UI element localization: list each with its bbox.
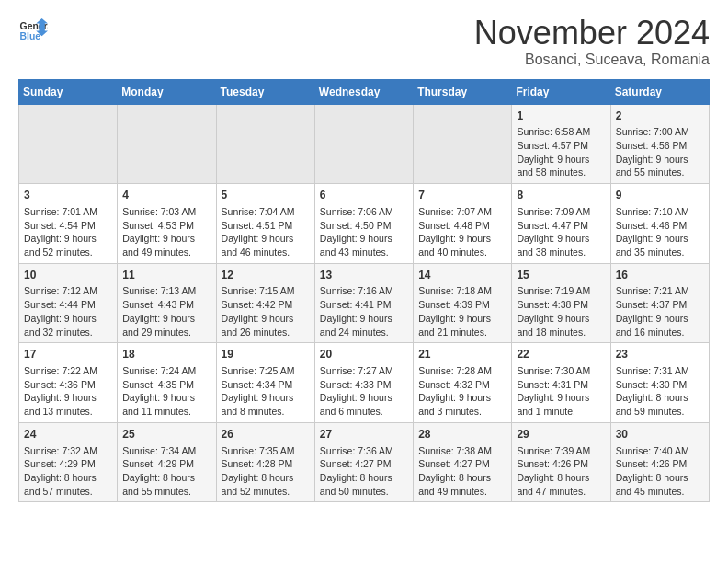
day-info: Sunset: 4:44 PM [24, 298, 112, 312]
day-info: Sunrise: 7:24 AM [122, 364, 210, 378]
day-info: Sunrise: 7:10 AM [616, 205, 704, 219]
calendar-cell: 25Sunrise: 7:34 AMSunset: 4:29 PMDayligh… [118, 422, 216, 502]
day-info: Daylight: 8 hours and 47 minutes. [517, 471, 605, 498]
logo: General Blue [18, 15, 48, 44]
day-info: Sunset: 4:39 PM [418, 298, 506, 312]
day-number: 29 [517, 427, 605, 442]
day-info: Sunrise: 6:58 AM [517, 125, 605, 139]
weekday-row: SundayMondayTuesdayWednesdayThursdayFrid… [19, 79, 710, 104]
calendar-body: 1Sunrise: 6:58 AMSunset: 4:57 PMDaylight… [19, 104, 710, 502]
calendar-cell: 30Sunrise: 7:40 AMSunset: 4:26 PMDayligh… [610, 422, 709, 502]
calendar-cell: 12Sunrise: 7:15 AMSunset: 4:42 PMDayligh… [216, 263, 314, 343]
calendar-cell: 8Sunrise: 7:09 AMSunset: 4:47 PMDaylight… [512, 184, 610, 264]
day-number: 11 [122, 268, 210, 283]
day-info: Sunset: 4:30 PM [616, 378, 704, 392]
day-info: Sunset: 4:27 PM [320, 457, 408, 471]
calendar-cell: 23Sunrise: 7:31 AMSunset: 4:30 PMDayligh… [610, 343, 709, 423]
day-info: Sunrise: 7:09 AM [517, 205, 605, 219]
title-block: November 2024 Bosanci, Suceava, Romania [474, 15, 710, 68]
day-number: 28 [418, 427, 506, 442]
day-info: Sunset: 4:41 PM [320, 298, 408, 312]
day-info: Sunrise: 7:16 AM [320, 284, 408, 298]
calendar-cell [118, 104, 216, 184]
day-info: Sunrise: 7:25 AM [222, 364, 310, 378]
calendar-cell: 9Sunrise: 7:10 AMSunset: 4:46 PMDaylight… [610, 184, 709, 264]
calendar-cell [314, 104, 413, 184]
day-info: Sunset: 4:57 PM [517, 139, 605, 153]
day-info: Sunset: 4:38 PM [517, 298, 605, 312]
day-info: Sunrise: 7:27 AM [320, 364, 408, 378]
day-info: Sunrise: 7:06 AM [320, 205, 408, 219]
weekday-header: Monday [118, 79, 216, 104]
day-info: Sunset: 4:53 PM [122, 219, 210, 233]
calendar-cell: 19Sunrise: 7:25 AMSunset: 4:34 PMDayligh… [216, 343, 314, 423]
calendar-cell: 22Sunrise: 7:30 AMSunset: 4:31 PMDayligh… [512, 343, 610, 423]
calendar-table: SundayMondayTuesdayWednesdayThursdayFrid… [18, 79, 710, 503]
day-info: Sunset: 4:26 PM [517, 457, 605, 471]
calendar-week-row: 1Sunrise: 6:58 AMSunset: 4:57 PMDaylight… [19, 104, 710, 184]
calendar-cell: 21Sunrise: 7:28 AMSunset: 4:32 PMDayligh… [414, 343, 512, 423]
day-number: 23 [616, 347, 704, 362]
day-info: Sunset: 4:54 PM [24, 219, 112, 233]
day-info: Daylight: 9 hours and 35 minutes. [616, 232, 704, 259]
calendar-cell: 7Sunrise: 7:07 AMSunset: 4:48 PMDaylight… [414, 184, 512, 264]
day-info: Daylight: 8 hours and 49 minutes. [418, 471, 506, 498]
calendar-cell [19, 104, 118, 184]
day-info: Daylight: 9 hours and 24 minutes. [320, 312, 408, 339]
day-info: Daylight: 9 hours and 3 minutes. [418, 391, 506, 418]
day-number: 21 [418, 347, 506, 362]
day-number: 16 [616, 268, 704, 283]
main-title: November 2024 [474, 15, 710, 52]
calendar-week-row: 10Sunrise: 7:12 AMSunset: 4:44 PMDayligh… [19, 263, 710, 343]
day-info: Sunrise: 7:31 AM [616, 364, 704, 378]
calendar-cell: 10Sunrise: 7:12 AMSunset: 4:44 PMDayligh… [19, 263, 118, 343]
day-info: Daylight: 9 hours and 32 minutes. [24, 312, 112, 339]
day-number: 3 [24, 188, 112, 203]
day-info: Daylight: 9 hours and 8 minutes. [222, 391, 310, 418]
calendar-cell: 20Sunrise: 7:27 AMSunset: 4:33 PMDayligh… [314, 343, 413, 423]
calendar-cell: 16Sunrise: 7:21 AMSunset: 4:37 PMDayligh… [610, 263, 709, 343]
day-info: Sunrise: 7:22 AM [24, 364, 112, 378]
day-info: Sunrise: 7:01 AM [24, 205, 112, 219]
day-info: Sunset: 4:42 PM [222, 298, 310, 312]
day-number: 22 [517, 347, 605, 362]
day-info: Sunset: 4:46 PM [616, 219, 704, 233]
day-info: Daylight: 9 hours and 13 minutes. [24, 391, 112, 418]
calendar-week-row: 3Sunrise: 7:01 AMSunset: 4:54 PMDaylight… [19, 184, 710, 264]
page: General Blue November 2024 Bosanci, Suce… [0, 0, 728, 517]
day-info: Sunset: 4:33 PM [320, 378, 408, 392]
calendar-cell: 3Sunrise: 7:01 AMSunset: 4:54 PMDaylight… [19, 184, 118, 264]
svg-text:Blue: Blue [20, 31, 41, 41]
day-info: Daylight: 9 hours and 49 minutes. [122, 232, 210, 259]
day-number: 30 [616, 427, 704, 442]
day-info: Sunrise: 7:03 AM [122, 205, 210, 219]
calendar-cell: 26Sunrise: 7:35 AMSunset: 4:28 PMDayligh… [216, 422, 314, 502]
day-info: Sunset: 4:43 PM [122, 298, 210, 312]
day-number: 26 [222, 427, 310, 442]
calendar-cell: 24Sunrise: 7:32 AMSunset: 4:29 PMDayligh… [19, 422, 118, 502]
calendar-cell: 13Sunrise: 7:16 AMSunset: 4:41 PMDayligh… [314, 263, 413, 343]
day-info: Sunrise: 7:18 AM [418, 284, 506, 298]
day-info: Daylight: 9 hours and 52 minutes. [24, 232, 112, 259]
day-info: Daylight: 9 hours and 18 minutes. [517, 312, 605, 339]
calendar-cell: 1Sunrise: 6:58 AMSunset: 4:57 PMDaylight… [512, 104, 610, 184]
calendar-cell: 11Sunrise: 7:13 AMSunset: 4:43 PMDayligh… [118, 263, 216, 343]
day-info: Daylight: 9 hours and 16 minutes. [616, 312, 704, 339]
day-info: Daylight: 9 hours and 46 minutes. [222, 232, 310, 259]
day-info: Sunrise: 7:19 AM [517, 284, 605, 298]
day-number: 5 [222, 188, 310, 203]
day-info: Sunrise: 7:38 AM [418, 444, 506, 458]
day-number: 6 [320, 188, 408, 203]
day-info: Daylight: 8 hours and 52 minutes. [222, 471, 310, 498]
day-number: 18 [122, 347, 210, 362]
day-info: Sunrise: 7:21 AM [616, 284, 704, 298]
day-info: Sunrise: 7:12 AM [24, 284, 112, 298]
day-info: Sunset: 4:36 PM [24, 378, 112, 392]
day-info: Sunrise: 7:04 AM [222, 205, 310, 219]
calendar-cell: 29Sunrise: 7:39 AMSunset: 4:26 PMDayligh… [512, 422, 610, 502]
day-info: Sunrise: 7:00 AM [616, 125, 704, 139]
day-info: Daylight: 9 hours and 40 minutes. [418, 232, 506, 259]
header: General Blue November 2024 Bosanci, Suce… [18, 15, 710, 68]
calendar-cell: 18Sunrise: 7:24 AMSunset: 4:35 PMDayligh… [118, 343, 216, 423]
day-number: 9 [616, 188, 704, 203]
